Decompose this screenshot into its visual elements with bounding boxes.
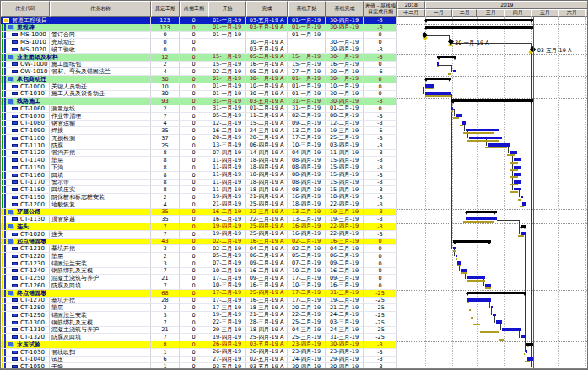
activity-bar[interactable] bbox=[502, 328, 521, 331]
activity-bar[interactable] bbox=[496, 320, 502, 324]
activity-bar[interactable] bbox=[521, 335, 526, 339]
table-row[interactable]: CT-1320防腐及回填7019-四月-1925-四月-19 A25-三月-19… bbox=[1, 334, 397, 341]
table-row[interactable]: CT-1190阴保桩和标志桩安装2019-四月-1921-四月-19 A16-四… bbox=[1, 194, 397, 201]
table-row[interactable]: CT-1270基坑开挖28017-二月-1916-三月-19 A17-二月-19… bbox=[1, 298, 397, 305]
month-label[interactable]: 一月 bbox=[425, 9, 453, 18]
summary-bar[interactable] bbox=[467, 292, 526, 294]
table-row[interactable]: OW-1010管材、弯头及锚固法兰4002-二月-1905-二月-19 A27-… bbox=[1, 68, 397, 76]
table-row[interactable]: MS-1020竣工验收0003-五月-19 A30-四月-19-3 bbox=[1, 46, 397, 54]
table-row[interactable]: CT-1130顶管穿越35016-二月-1922-三月-19 A13-二月-19… bbox=[1, 216, 397, 223]
activity-table[interactable]: 管道工程项目123001-一月-1903-五月-19 A01-一月-1930-四… bbox=[1, 17, 397, 370]
activity-bar[interactable] bbox=[456, 255, 457, 258]
year-2019[interactable]: 2019 bbox=[425, 1, 588, 9]
table-row[interactable]: CT-1140垫层8011-四月-1918-四月-19 A08-四月-1915-… bbox=[1, 157, 397, 164]
activity-bar[interactable] bbox=[462, 121, 466, 125]
gantt-chart[interactable]: 30-一月-19 A03-五月-19 A bbox=[397, 17, 588, 370]
group-row[interactable]: 里程碑123001-一月-1903-五月-19 A01-一月-1930-四月-1… bbox=[1, 24, 397, 32]
table-row[interactable]: MS-1010完成动迁0030-一月-19 A30-一月-190 bbox=[1, 39, 397, 46]
column-header-variance[interactable]: 差值 - 基线项目完成日期 bbox=[364, 1, 397, 17]
activity-bar[interactable] bbox=[485, 284, 491, 287]
month-label[interactable]: 六月 bbox=[558, 9, 585, 18]
activity-bar[interactable] bbox=[466, 217, 497, 221]
activity-bar[interactable] bbox=[451, 107, 453, 110]
gantt-timescale[interactable]: 2018 2019 十二月一月二月三月四月五月六月 bbox=[397, 1, 588, 17]
column-header-original-duration[interactable]: 原定工期 bbox=[151, 1, 180, 17]
table-row[interactable]: CT-1300钢筋绑扎及支模7022-三月-1928-三月-19 A25-二月-… bbox=[1, 319, 397, 327]
activity-bar[interactable] bbox=[521, 232, 526, 235]
table-row[interactable]: CT-1120管沟开挖8007-四月-1914-四月-19 A04-四月-191… bbox=[1, 150, 397, 158]
table-row[interactable]: CT-1160回填8011-四月-1918-四月-19 A08-四月-1915-… bbox=[1, 172, 397, 180]
activity-bar[interactable] bbox=[425, 84, 434, 88]
column-header-baseline-finish[interactable]: 基线完成 bbox=[326, 1, 364, 17]
activity-bar[interactable] bbox=[514, 188, 521, 191]
table-row[interactable]: CT-1290锚固法兰安装3019-三月-1921-三月-19 A22-二月-1… bbox=[1, 312, 397, 319]
summary-bar[interactable] bbox=[425, 19, 534, 21]
table-row[interactable]: CT-1210基坑开挖3002-二月-1904-二月-19 A02-二月-190… bbox=[1, 245, 397, 253]
table-row[interactable]: CT-1020连头7019-四月-1925-四月-19 A16-四月-1922-… bbox=[1, 231, 397, 239]
table-row[interactable]: CT-1100无损检测37020-二月-1928-三月-19 A17-二月-19… bbox=[1, 135, 397, 142]
table-row[interactable]: CT-1030管线吹扫1026-四月-1926-四月-19 A23-四月-192… bbox=[1, 349, 397, 357]
project-row[interactable]: 管道工程项目123001-一月-1903-五月-19 A01-一月-1930-四… bbox=[1, 17, 397, 24]
table-row[interactable]: CT-1000关键人员动迁10001-一月-1910-一月-19 A01-一月-… bbox=[1, 83, 397, 91]
table-row[interactable]: CT-1240钢筋绑扎及支模7010-二月-1916-二月-19 A10-二月-… bbox=[1, 268, 397, 276]
table-row[interactable]: OW-1000施工图纸包2015-一月-1916-一月-19 A15-一月-19… bbox=[1, 62, 397, 69]
month-label[interactable]: 十二月 bbox=[397, 9, 425, 18]
activity-bar[interactable] bbox=[467, 298, 491, 302]
group-row[interactable]: 连头7019-四月-1925-四月-19 A16-四月-1922-四月-19-3 bbox=[1, 223, 397, 231]
table-row[interactable]: CT-1200地貌恢复4021-四月-1925-四月-19 A18-四月-192… bbox=[1, 201, 397, 209]
summary-bar[interactable] bbox=[453, 240, 491, 243]
table-row[interactable]: MS-1000签订合同0001-一月-1901-一月-190 bbox=[1, 32, 397, 40]
activity-bar[interactable] bbox=[453, 70, 456, 73]
month-label[interactable]: 五月 bbox=[531, 9, 559, 18]
activity-bar[interactable] bbox=[425, 92, 452, 95]
activity-bar[interactable] bbox=[522, 202, 526, 206]
table-row[interactable]: CT-1150下沟8011-四月-1918-四月-19 A08-四月-1915-… bbox=[1, 164, 397, 172]
activity-bar[interactable] bbox=[457, 261, 460, 265]
activity-bar[interactable] bbox=[510, 151, 516, 154]
summary-bar[interactable] bbox=[466, 211, 497, 213]
group-row[interactable]: 线路施工93031-一月-1903-五月-19 A31-一月-1930-四月-1… bbox=[1, 98, 397, 105]
activity-bar[interactable] bbox=[521, 196, 523, 199]
table-row[interactable]: CT-1250混凝土浇筑与养护21017-二月-1909-三月-19 A17-二… bbox=[1, 275, 397, 282]
table-row[interactable]: CT-1040试压6027-四月-1902-五月-19 A24-四月-1929-… bbox=[1, 357, 397, 364]
column-header-start[interactable]: 开始 bbox=[208, 1, 246, 17]
table-row[interactable]: CT-1070作业带清理7005-二月-1911-二月-19 A02-二月-19… bbox=[1, 113, 397, 121]
table-row[interactable]: CT-1110防腐25013-三月-1906-四月-19 A10-三月-1903… bbox=[1, 142, 397, 150]
month-label[interactable]: 二月 bbox=[452, 9, 477, 18]
activity-bar[interactable] bbox=[514, 158, 521, 162]
activity-bar[interactable] bbox=[493, 314, 495, 317]
month-label[interactable]: 四月 bbox=[504, 9, 531, 18]
activity-bar[interactable] bbox=[488, 143, 510, 147]
activity-bar[interactable] bbox=[514, 173, 521, 176]
activity-bar[interactable] bbox=[456, 114, 461, 117]
table-row[interactable]: CT-1060测量放线2031-一月-1901-二月-19 A31-一月-190… bbox=[1, 105, 397, 113]
table-row[interactable]: CT-1180回填压实8011-四月-1918-四月-19 A08-四月-191… bbox=[1, 186, 397, 194]
table-row[interactable]: CT-1220垫层2005-二月-1906-二月-19 A05-二月-1906-… bbox=[1, 253, 397, 260]
year-2018[interactable]: 2018 bbox=[397, 1, 425, 9]
group-row[interactable]: 水压试验8026-四月-1903-五月-19 A23-四月-1930-四月-19… bbox=[1, 341, 397, 349]
activity-bar[interactable] bbox=[514, 180, 521, 184]
column-header-remaining-duration[interactable]: 尚需工期 bbox=[180, 1, 208, 17]
table-row[interactable]: CT-1230锚固法兰安装3007-二月-1909-二月-19 A07-二月-1… bbox=[1, 260, 397, 268]
activity-bar[interactable] bbox=[514, 166, 521, 169]
column-header-activity-id[interactable]: 作业代码 bbox=[1, 1, 50, 17]
month-label[interactable]: 三月 bbox=[477, 9, 504, 18]
table-row[interactable]: CT-1080钢管运输4012-二月-1915-二月-19 A09-二月-191… bbox=[1, 121, 397, 128]
group-row[interactable]: 终点锚固墩68017-二月-1925-四月-19 A17-二月-1931-三月-… bbox=[1, 290, 397, 298]
activity-bar[interactable] bbox=[491, 306, 493, 309]
group-row[interactable]: 承包商动迁30001-一月-1930-一月-19 A01-一月-1930-一月-… bbox=[1, 76, 397, 83]
summary-bar[interactable] bbox=[451, 99, 534, 102]
column-header-finish[interactable]: 完成 bbox=[246, 1, 288, 17]
table-row[interactable]: CT-1170警示带8011-四月-1918-四月-19 A08-四月-1915… bbox=[1, 180, 397, 187]
table-row[interactable]: CT-1010施工人员及设备动迁30001-一月-1930-一月-19 A01-… bbox=[1, 91, 397, 99]
column-header-activity-name[interactable]: 作业名称 bbox=[50, 1, 151, 17]
column-header-baseline-start[interactable]: 基线开始 bbox=[288, 1, 326, 17]
activity-bar[interactable] bbox=[469, 137, 502, 140]
group-row[interactable]: 穿越公路35016-二月-1922-三月-19 A13-二月-1919-三月-1… bbox=[1, 209, 397, 217]
activity-bar[interactable] bbox=[453, 247, 456, 250]
activity-bar[interactable] bbox=[467, 276, 485, 280]
activity-bar[interactable] bbox=[461, 269, 467, 272]
activity-bar[interactable] bbox=[466, 129, 499, 132]
table-row[interactable]: CT-1090焊接35016-二月-1924-三月-19 A13-二月-1919… bbox=[1, 127, 397, 135]
activity-bar[interactable] bbox=[526, 350, 527, 353]
